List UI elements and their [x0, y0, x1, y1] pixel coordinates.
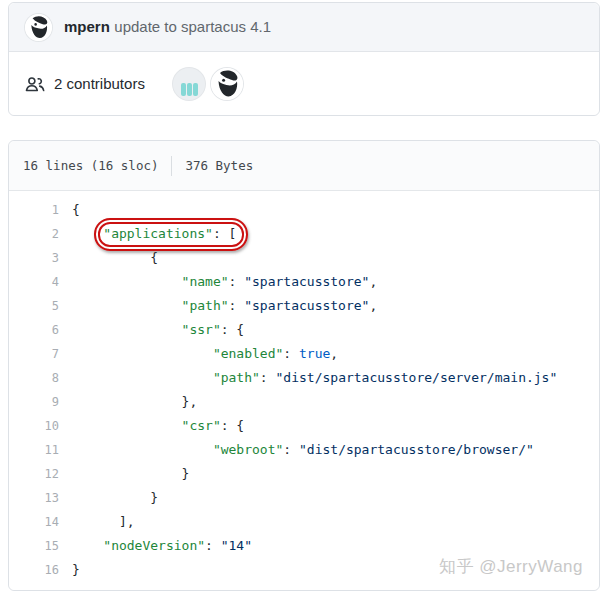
code-token: : [283, 346, 299, 361]
code-text: "ssr": { [59, 318, 244, 342]
code-token [72, 346, 213, 361]
line-number[interactable]: 15 [9, 534, 59, 558]
line-number[interactable]: 9 [9, 390, 59, 414]
code-line: 7 "enabled": true, [9, 342, 599, 366]
contributors-row: 2 contributors [9, 52, 599, 115]
line-number[interactable]: 2 [9, 222, 59, 246]
code-text: } [59, 462, 189, 486]
code-token: "spartacusstore" [244, 298, 369, 313]
commit-author-link[interactable]: mpern [64, 18, 110, 35]
code-token [72, 442, 213, 457]
code-token: "name" [182, 274, 229, 289]
code-token: }, [72, 394, 197, 409]
code-line: 16} [9, 558, 599, 582]
code-token: "14" [221, 538, 252, 553]
code-line: 15 "nodeVersion": "14" [9, 534, 599, 558]
code-text: "webroot": "dist/spartacusstore/browser/… [59, 438, 534, 462]
code-token: "nodeVersion" [103, 538, 205, 553]
code-token [72, 418, 182, 433]
code-token [72, 370, 213, 385]
code-text: "enabled": true, [59, 342, 338, 366]
commit-header: mpern update to spartacus 4.1 [9, 3, 599, 52]
line-number[interactable]: 10 [9, 414, 59, 438]
code-line: 9 }, [9, 390, 599, 414]
code-text: "csr": { [59, 414, 244, 438]
code-token: : [260, 370, 276, 385]
contributors-link[interactable]: 2 contributors [54, 75, 145, 92]
code-text: }, [59, 390, 197, 414]
file-size-info: 376 Bytes [185, 158, 253, 173]
code-text: "path": "dist/spartacusstore/server/main… [59, 366, 557, 390]
line-number[interactable]: 13 [9, 486, 59, 510]
code-token: : [229, 298, 245, 313]
commit-message[interactable]: update to spartacus 4.1 [114, 18, 271, 35]
code-token: "applications" [103, 226, 213, 241]
code-text: { [59, 198, 80, 222]
line-number[interactable]: 7 [9, 342, 59, 366]
code-token: "path" [182, 298, 229, 313]
code-token: : [ [213, 226, 236, 241]
line-number[interactable]: 5 [9, 294, 59, 318]
contributor-avatar-identicon[interactable] [173, 68, 205, 100]
code-line: 3 { [9, 246, 599, 270]
line-number[interactable]: 4 [9, 270, 59, 294]
line-number[interactable]: 11 [9, 438, 59, 462]
line-number[interactable]: 1 [9, 198, 59, 222]
code-token [72, 298, 182, 313]
code-token: : [205, 538, 221, 553]
code-token: , [369, 298, 377, 313]
code-view: 1{2 "applications": [3 {4 "name": "spart… [9, 191, 599, 590]
code-line: 1{ [9, 198, 599, 222]
code-token: { [72, 202, 80, 217]
code-text: } [59, 486, 158, 510]
people-icon [25, 74, 45, 94]
beard-man-avatar-icon [211, 68, 243, 100]
code-token: "enabled" [213, 346, 283, 361]
code-line: 4 "name": "spartacusstore", [9, 270, 599, 294]
contributor-avatar-beard-man[interactable] [211, 68, 243, 100]
code-token: , [369, 274, 377, 289]
line-number[interactable]: 6 [9, 318, 59, 342]
code-line: 5 "path": "spartacusstore", [9, 294, 599, 318]
line-number[interactable]: 12 [9, 462, 59, 486]
code-token: true [299, 346, 330, 361]
code-token: "webroot" [213, 442, 283, 457]
code-token: , [330, 346, 338, 361]
code-token: "spartacusstore" [244, 274, 369, 289]
code-token: } [72, 490, 158, 505]
code-text: ], [59, 510, 135, 534]
code-text: "applications": [ [59, 222, 248, 246]
code-token: : { [221, 418, 244, 433]
code-line: 6 "ssr": { [9, 318, 599, 342]
code-token: } [72, 466, 189, 481]
code-token: : [229, 274, 245, 289]
code-line: 13 } [9, 486, 599, 510]
code-line: 14 ], [9, 510, 599, 534]
code-text: "name": "spartacusstore", [59, 270, 377, 294]
commit-author-avatar[interactable] [25, 14, 52, 41]
code-token: : { [221, 322, 244, 337]
teal-bar-icon [187, 83, 192, 96]
line-number[interactable]: 8 [9, 366, 59, 390]
line-number[interactable]: 3 [9, 246, 59, 270]
teal-bar-icon [193, 83, 198, 96]
file-lines-info: 16 lines (16 sloc) [23, 158, 158, 173]
code-line: 8 "path": "dist/spartacusstore/server/ma… [9, 366, 599, 390]
page: mpern update to spartacus 4.1 2 contribu… [0, 2, 600, 592]
code-token: ], [72, 514, 135, 529]
code-token: : [283, 442, 299, 457]
code-token: "dist/spartacusstore/browser/" [299, 442, 534, 457]
code-text: } [59, 558, 80, 582]
commit-box: mpern update to spartacus 4.1 2 contribu… [8, 2, 600, 116]
code-text: "nodeVersion": "14" [59, 534, 252, 558]
line-number[interactable]: 14 [9, 510, 59, 534]
code-line: 12 } [9, 462, 599, 486]
line-number[interactable]: 16 [9, 558, 59, 582]
code-line: 10 "csr": { [9, 414, 599, 438]
code-text: "path": "spartacusstore", [59, 294, 377, 318]
code-token: "path" [213, 370, 260, 385]
file-box: 16 lines (16 sloc) 376 Bytes 1{2 "applic… [8, 140, 600, 591]
code-token: "dist/spartacusstore/server/main.js" [276, 370, 558, 385]
file-header: 16 lines (16 sloc) 376 Bytes [9, 141, 599, 191]
code-token [72, 274, 182, 289]
